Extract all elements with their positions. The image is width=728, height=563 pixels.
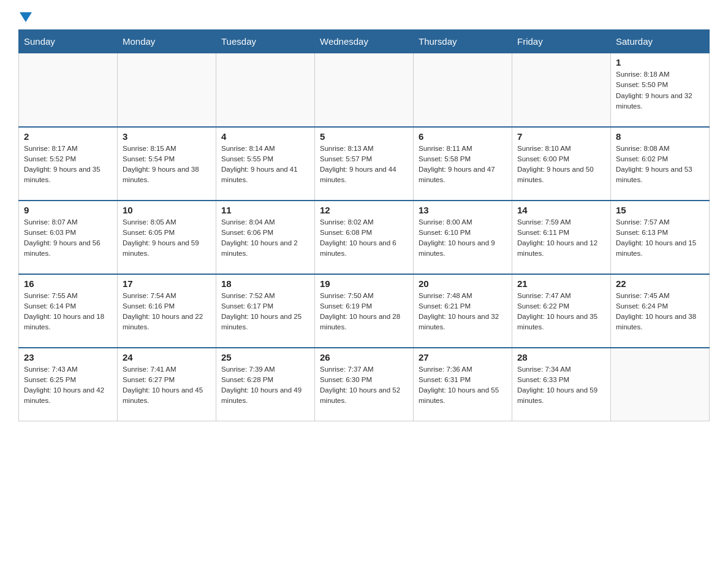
calendar-cell: 25Sunrise: 7:39 AMSunset: 6:28 PMDayligh… <box>216 348 315 421</box>
calendar-cell: 27Sunrise: 7:36 AMSunset: 6:31 PMDayligh… <box>414 348 512 421</box>
day-number: 7 <box>517 131 605 142</box>
day-info: Sunrise: 8:00 AMSunset: 6:10 PMDaylight:… <box>419 217 507 259</box>
calendar-cell: 26Sunrise: 7:37 AMSunset: 6:30 PMDayligh… <box>315 348 414 421</box>
calendar-cell: 28Sunrise: 7:34 AMSunset: 6:33 PMDayligh… <box>512 348 611 421</box>
calendar-cell <box>611 348 710 421</box>
day-number: 17 <box>123 278 211 289</box>
day-number: 4 <box>221 131 309 142</box>
calendar-cell <box>118 53 216 127</box>
day-info: Sunrise: 7:59 AMSunset: 6:11 PMDaylight:… <box>517 217 605 259</box>
calendar-cell: 22Sunrise: 7:45 AMSunset: 6:24 PMDayligh… <box>611 274 710 348</box>
calendar-cell: 5Sunrise: 8:13 AMSunset: 5:57 PMDaylight… <box>315 127 414 201</box>
calendar-cell: 12Sunrise: 8:02 AMSunset: 6:08 PMDayligh… <box>315 201 414 274</box>
calendar-cell: 3Sunrise: 8:15 AMSunset: 5:54 PMDaylight… <box>118 127 216 201</box>
day-info: Sunrise: 7:43 AMSunset: 6:25 PMDaylight:… <box>24 364 112 407</box>
day-info: Sunrise: 7:36 AMSunset: 6:31 PMDaylight:… <box>419 364 507 407</box>
day-number: 8 <box>616 131 704 142</box>
day-number: 5 <box>320 131 408 142</box>
calendar-table: SundayMondayTuesdayWednesdayThursdayFrid… <box>18 29 710 421</box>
calendar-cell: 18Sunrise: 7:52 AMSunset: 6:17 PMDayligh… <box>216 274 315 348</box>
day-info: Sunrise: 7:54 AMSunset: 6:16 PMDaylight:… <box>123 291 211 333</box>
calendar-cell: 14Sunrise: 7:59 AMSunset: 6:11 PMDayligh… <box>512 201 611 274</box>
calendar-cell: 11Sunrise: 8:04 AMSunset: 6:06 PMDayligh… <box>216 201 315 274</box>
calendar-cell: 13Sunrise: 8:00 AMSunset: 6:10 PMDayligh… <box>414 201 512 274</box>
calendar-cell: 2Sunrise: 8:17 AMSunset: 5:52 PMDaylight… <box>19 127 118 201</box>
day-info: Sunrise: 7:37 AMSunset: 6:30 PMDaylight:… <box>320 364 408 407</box>
day-number: 24 <box>123 352 211 362</box>
day-info: Sunrise: 8:15 AMSunset: 5:54 PMDaylight:… <box>123 144 211 186</box>
day-info: Sunrise: 7:50 AMSunset: 6:19 PMDaylight:… <box>320 291 408 333</box>
day-info: Sunrise: 8:14 AMSunset: 5:55 PMDaylight:… <box>221 144 309 186</box>
logo-triangle-icon <box>20 12 32 22</box>
calendar-header-tuesday: Tuesday <box>216 30 315 53</box>
calendar-week-row: 2Sunrise: 8:17 AMSunset: 5:52 PMDaylight… <box>19 127 710 201</box>
calendar-cell: 6Sunrise: 8:11 AMSunset: 5:58 PMDaylight… <box>414 127 512 201</box>
calendar-cell: 4Sunrise: 8:14 AMSunset: 5:55 PMDaylight… <box>216 127 315 201</box>
calendar-cell: 21Sunrise: 7:47 AMSunset: 6:22 PMDayligh… <box>512 274 611 348</box>
day-number: 12 <box>320 205 408 215</box>
calendar-cell: 23Sunrise: 7:43 AMSunset: 6:25 PMDayligh… <box>19 348 118 421</box>
calendar-header-saturday: Saturday <box>611 30 710 53</box>
calendar-header-thursday: Thursday <box>414 30 512 53</box>
day-number: 22 <box>616 278 704 289</box>
day-info: Sunrise: 7:48 AMSunset: 6:21 PMDaylight:… <box>419 291 507 333</box>
calendar-cell <box>216 53 315 127</box>
calendar-cell <box>19 53 118 127</box>
day-info: Sunrise: 7:34 AMSunset: 6:33 PMDaylight:… <box>517 364 605 407</box>
day-number: 11 <box>221 205 309 215</box>
calendar-cell: 16Sunrise: 7:55 AMSunset: 6:14 PMDayligh… <box>19 274 118 348</box>
page-header <box>18 12 710 23</box>
day-number: 20 <box>419 278 507 289</box>
day-info: Sunrise: 8:05 AMSunset: 6:05 PMDaylight:… <box>123 217 211 259</box>
day-info: Sunrise: 7:52 AMSunset: 6:17 PMDaylight:… <box>221 291 309 333</box>
calendar-week-row: 16Sunrise: 7:55 AMSunset: 6:14 PMDayligh… <box>19 274 710 348</box>
day-info: Sunrise: 7:55 AMSunset: 6:14 PMDaylight:… <box>24 291 112 333</box>
calendar-cell: 7Sunrise: 8:10 AMSunset: 6:00 PMDaylight… <box>512 127 611 201</box>
calendar-header-wednesday: Wednesday <box>315 30 414 53</box>
calendar-header-friday: Friday <box>512 30 611 53</box>
calendar-week-row: 9Sunrise: 8:07 AMSunset: 6:03 PMDaylight… <box>19 201 710 274</box>
day-number: 10 <box>123 205 211 215</box>
day-info: Sunrise: 8:17 AMSunset: 5:52 PMDaylight:… <box>24 144 112 186</box>
day-number: 27 <box>419 352 507 362</box>
day-info: Sunrise: 8:18 AMSunset: 5:50 PMDaylight:… <box>616 69 704 112</box>
calendar-cell: 8Sunrise: 8:08 AMSunset: 6:02 PMDaylight… <box>611 127 710 201</box>
day-number: 16 <box>24 278 112 289</box>
calendar-cell: 20Sunrise: 7:48 AMSunset: 6:21 PMDayligh… <box>414 274 512 348</box>
day-info: Sunrise: 7:39 AMSunset: 6:28 PMDaylight:… <box>221 364 309 407</box>
day-info: Sunrise: 8:10 AMSunset: 6:00 PMDaylight:… <box>517 144 605 186</box>
day-info: Sunrise: 7:47 AMSunset: 6:22 PMDaylight:… <box>517 291 605 333</box>
day-number: 13 <box>419 205 507 215</box>
calendar-week-row: 1Sunrise: 8:18 AMSunset: 5:50 PMDaylight… <box>19 53 710 127</box>
calendar-header-row: SundayMondayTuesdayWednesdayThursdayFrid… <box>19 30 710 53</box>
day-number: 1 <box>616 57 704 67</box>
calendar-cell: 17Sunrise: 7:54 AMSunset: 6:16 PMDayligh… <box>118 274 216 348</box>
calendar-cell <box>512 53 611 127</box>
calendar-cell: 24Sunrise: 7:41 AMSunset: 6:27 PMDayligh… <box>118 348 216 421</box>
day-number: 19 <box>320 278 408 289</box>
day-number: 23 <box>24 352 112 362</box>
day-info: Sunrise: 7:45 AMSunset: 6:24 PMDaylight:… <box>616 291 704 333</box>
calendar-cell: 9Sunrise: 8:07 AMSunset: 6:03 PMDaylight… <box>19 201 118 274</box>
calendar-header-sunday: Sunday <box>19 30 118 53</box>
calendar-cell: 10Sunrise: 8:05 AMSunset: 6:05 PMDayligh… <box>118 201 216 274</box>
day-info: Sunrise: 8:04 AMSunset: 6:06 PMDaylight:… <box>221 217 309 259</box>
day-info: Sunrise: 8:13 AMSunset: 5:57 PMDaylight:… <box>320 144 408 186</box>
day-number: 15 <box>616 205 704 215</box>
day-info: Sunrise: 8:08 AMSunset: 6:02 PMDaylight:… <box>616 144 704 186</box>
day-number: 3 <box>123 131 211 142</box>
day-number: 9 <box>24 205 112 215</box>
day-number: 26 <box>320 352 408 362</box>
logo <box>18 12 32 23</box>
day-number: 21 <box>517 278 605 289</box>
calendar-cell: 15Sunrise: 7:57 AMSunset: 6:13 PMDayligh… <box>611 201 710 274</box>
calendar-cell: 1Sunrise: 8:18 AMSunset: 5:50 PMDaylight… <box>611 53 710 127</box>
day-info: Sunrise: 8:07 AMSunset: 6:03 PMDaylight:… <box>24 217 112 259</box>
day-info: Sunrise: 7:57 AMSunset: 6:13 PMDaylight:… <box>616 217 704 259</box>
day-number: 28 <box>517 352 605 362</box>
day-number: 6 <box>419 131 507 142</box>
calendar-cell: 19Sunrise: 7:50 AMSunset: 6:19 PMDayligh… <box>315 274 414 348</box>
calendar-cell <box>315 53 414 127</box>
day-info: Sunrise: 8:02 AMSunset: 6:08 PMDaylight:… <box>320 217 408 259</box>
calendar-week-row: 23Sunrise: 7:43 AMSunset: 6:25 PMDayligh… <box>19 348 710 421</box>
